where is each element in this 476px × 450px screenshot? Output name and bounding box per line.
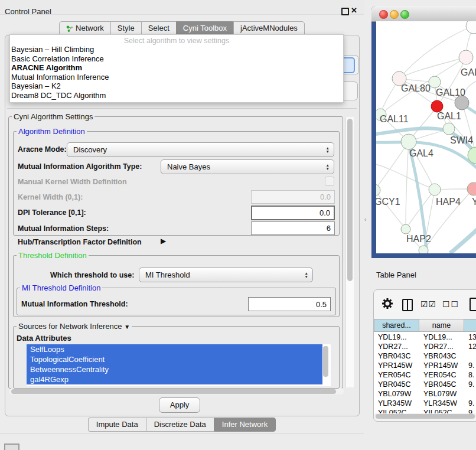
tab-network[interactable]: Network [59,21,110,35]
table-cell: 12... [464,342,476,351]
table-row[interactable]: YBL079WYBL079W [374,389,476,399]
tab-label: Network [76,22,104,35]
tab-label: Cyni Toolbox [183,22,227,35]
table-row[interactable]: YLR345WYLR345W9. [374,399,476,408]
unselect-all-checkbox-icon[interactable]: ☐☐ [442,299,459,309]
mi-type-label: Mutual Information Algorithm Type: [18,162,142,171]
table-row[interactable]: YBR045CYBR045C9. [374,380,476,389]
tab-impute-data[interactable]: Impute Data [88,418,146,432]
spinner-icon: ▲▼ [305,272,308,278]
network-node[interactable] [419,246,428,253]
group-title-mi-threshold: MI Threshold Definition [20,283,102,292]
panel-divider-handle[interactable]: ‹ [364,216,366,223]
network-node[interactable] [376,184,380,196]
table-cell: 9. [464,361,476,370]
table-horizontal-scrollbar[interactable] [374,413,476,419]
network-canvas[interactable]: GALGAL80GAL10GAL1GAL11SWI4GAL4GCY1HAP4YH… [376,21,476,253]
attribute-item-selfloops[interactable]: SelfLoops [27,344,322,354]
tab-discretize-data[interactable]: Discretize Data [146,418,214,432]
group-title-threshold: Threshold Definition [17,251,89,260]
algorithm-option-dream8-dc-tdc-algorithm[interactable]: Dream8 DC_TDC Algorithm [10,91,343,100]
algorithm-option-list: Bayesian – Hill ClimbingBasic Correlatio… [10,45,343,100]
table-cell [464,389,476,399]
threshold-combo[interactable]: MI Threshold ▲▼ [139,268,313,282]
network-node[interactable] [431,100,443,112]
table-cell: YBL079W [374,389,419,399]
settings-vertical-scrollbar[interactable] [345,117,354,387]
minimized-panel-icon[interactable] [4,444,19,450]
hidden-group-border [7,108,357,109]
mi-type-combo[interactable]: Naive Bayes ▲▼ [161,159,334,174]
algorithm-option-mutual-information-inference[interactable]: Mutual Information Inference [10,73,343,82]
document-icon[interactable] [470,298,476,311]
window-close-icon[interactable] [379,10,388,19]
aracne-mode-value: Discovery [73,145,107,154]
gear-icon[interactable] [381,297,394,310]
network-node[interactable] [429,76,441,88]
tab-jactivemnodules[interactable]: jActiveMNodules [233,21,305,35]
tab-style[interactable]: Style [110,21,141,35]
column-header-extra[interactable] [464,319,476,332]
kernel-width-field[interactable] [251,190,335,204]
table-cell: YBR043C [374,351,419,361]
table-row[interactable]: YER054CYER054C8. [374,370,476,380]
manual-kernel-checkbox[interactable] [325,177,334,186]
control-panel-titlebar [0,0,364,15]
attributes-list-scrollbar[interactable] [323,346,328,377]
algorithm-option-basic-correlation-inference[interactable]: Basic Correlation Inference [10,54,343,64]
close-icon[interactable]: ✕ [351,6,357,15]
network-node[interactable] [459,50,473,64]
select-all-checkbox-icon[interactable]: ☑☑ [420,299,436,309]
node-label-gal80: GAL80 [401,83,431,93]
table-cell: YLR345W [374,399,419,408]
network-node[interactable] [466,21,476,34]
node-label-hap4: HAP4 [436,197,461,207]
disclosure-right-icon[interactable]: ▶ [161,237,166,245]
table-row[interactable]: YDR27...YDR27...12... [374,342,476,351]
column-header-name[interactable]: name [419,319,464,332]
window-minimize-icon[interactable] [390,10,399,19]
attribute-item-betweennesscentrality[interactable]: BetweennessCentrality [27,364,322,374]
algorithm-option-bayesian-k2[interactable]: Bayesian – K2 [10,81,343,91]
threshold-value: MI Threshold [145,270,190,279]
tab-cyni-toolbox[interactable]: Cyni Toolbox [176,21,233,35]
kernel-width-label: Kernel Width (0,1): [18,193,83,201]
apply-button[interactable]: Apply [159,397,200,413]
attribute-item-topologicalcoefficient[interactable]: TopologicalCoefficient [27,354,322,364]
window-zoom-icon[interactable] [400,10,409,19]
table-cell: YBL079W [419,389,464,399]
settings-horizontal-scrollbar[interactable] [9,388,344,394]
node-label-gal1: GAL1 [437,111,461,121]
attribute-item-gal4rgexp[interactable]: gal4RGexp [27,374,322,384]
table-row[interactable]: YPR145WYPR145W9. [374,361,476,370]
mi-threshold-field[interactable] [248,297,331,311]
data-attributes-list[interactable]: SelfLoopsTopologicalCoefficientBetweenne… [27,344,331,386]
network-node[interactable] [401,224,410,234]
aracne-mode-combo[interactable]: Discovery ▲▼ [67,142,334,157]
network-node[interactable] [443,123,455,135]
dpi-tolerance-field[interactable] [251,206,335,220]
network-node[interactable] [401,134,416,149]
column-layout-icon[interactable] [402,299,413,311]
network-node[interactable] [429,184,441,195]
table-row[interactable]: YBR043CYBR043C [374,351,476,361]
tab-infer-network[interactable]: Infer Network [214,418,276,432]
mi-threshold-label: Mutual Information Threshold: [21,300,128,308]
algorithm-option-aracne-algorithm[interactable]: ARACNE Algorithm [10,63,343,73]
disclosure-down-icon[interactable]: ▼ [124,324,130,330]
network-icon [66,25,73,32]
algorithm-option-bayesian-hill-climbing[interactable]: Bayesian – Hill Climbing [10,45,343,54]
table-cell: YBR045C [374,380,419,389]
tab-select[interactable]: Select [141,21,176,35]
group-title-cyni: Cyni Algorithm Settings [12,112,94,121]
column-header-shared[interactable]: shared... [374,319,419,332]
table-row[interactable]: YDL19...YDL19...13... [374,332,476,342]
table-cell: YDL19... [374,332,419,342]
network-node[interactable] [455,96,469,110]
data-attributes-label: Data Attributes [17,334,71,343]
mi-steps-field[interactable] [251,221,335,235]
float-window-icon[interactable] [341,8,349,15]
table-cell: YLR345W [419,399,464,408]
table-cell: YDR27... [374,342,419,351]
network-node[interactable] [467,182,476,195]
